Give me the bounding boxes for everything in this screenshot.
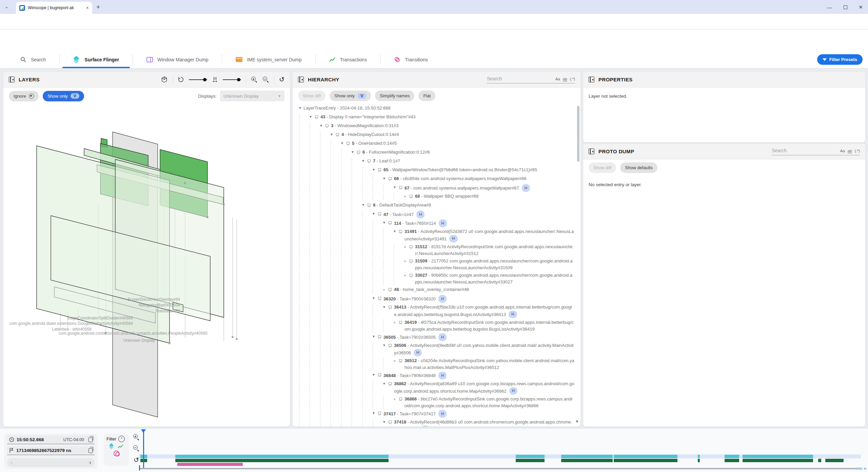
tree-row[interactable]: ▾43 - Display 0 name="Integrierter Bilds… xyxy=(297,113,577,121)
expand-chevron-icon[interactable]: ▾ xyxy=(391,184,398,191)
browser-tab[interactable]: Winscope | bugreport-ak × xyxy=(16,2,92,14)
surface-flinger-segment[interactable] xyxy=(698,455,700,458)
expand-chevron-icon[interactable]: ▾ xyxy=(349,149,356,155)
transactions-segment[interactable] xyxy=(825,459,844,462)
3d-view-icon[interactable] xyxy=(161,76,168,83)
tree-row[interactable]: ▾47 - Task=1#47H xyxy=(297,210,577,218)
expand-chevron-icon[interactable]: ▾ xyxy=(391,228,398,235)
tree-row[interactable]: ▾67 - com.android.systemui.wallpapers.Im… xyxy=(297,183,577,192)
close-tab-icon[interactable]: × xyxy=(86,5,89,11)
transitions-filter-icon[interactable] xyxy=(114,451,119,456)
hierarchy-search[interactable]: Search Aa ab (.*) xyxy=(487,76,575,83)
tree-row[interactable]: ▾36413 - ActivityRecord{f5be33b u10 com.… xyxy=(297,303,577,318)
transactions-segment[interactable] xyxy=(175,459,389,462)
timeline-cursor[interactable] xyxy=(143,430,144,469)
tree-row[interactable]: 36866 - bbc27e0 ActivityRecordInputSink … xyxy=(297,395,577,409)
transactions-segment[interactable] xyxy=(698,459,700,462)
tab-window-manager[interactable]: Window Manager Dump xyxy=(133,51,222,68)
rotation-slider[interactable] xyxy=(189,79,207,80)
surface-flinger-segment[interactable] xyxy=(743,455,813,458)
show-only-chip[interactable]: Show onlyV xyxy=(330,91,371,101)
tree-row[interactable]: 31509 - 2177052 com.google.android.apps.… xyxy=(297,257,577,271)
tab-search[interactable]: Search xyxy=(0,51,59,68)
tree-row[interactable]: ▾4 - HideDisplayCutout:0:14#4 xyxy=(297,130,577,139)
tree-row[interactable]: 36512 - c04204e ActivityRecordInputSink … xyxy=(297,356,577,371)
tree-row[interactable]: ▾65 - WallpaperWindowToken{87b6d66 token… xyxy=(297,165,577,174)
transactions-segment[interactable] xyxy=(743,459,813,462)
tree-row[interactable]: ▾5 - OneHanded:0:14#5 xyxy=(297,139,577,148)
maximize-icon[interactable] xyxy=(844,5,847,9)
tree-row[interactable]: ▾37418 - ActivityRecord{46d86b3 u0 com.a… xyxy=(297,418,577,427)
timeline-reset-icon[interactable]: ↻ xyxy=(134,456,139,464)
collapse-panel-icon[interactable] xyxy=(9,77,15,82)
tree-row[interactable]: 36419 - 4f275ca ActivityRecordInputSink … xyxy=(297,318,577,332)
regex-icon[interactable]: (.*) xyxy=(855,149,860,153)
tab-transitions[interactable]: Transitions xyxy=(381,51,441,68)
tree-row[interactable]: ▾3 - WindowedMagnification:0:31#3 xyxy=(297,121,577,130)
transactions-segment[interactable] xyxy=(561,459,613,462)
tab-surface-flinger[interactable]: Surface Flinger xyxy=(60,51,133,68)
expand-chevron-icon[interactable]: ▾ xyxy=(370,333,377,340)
ns-time-field[interactable]: 1713469852667522979 ns xyxy=(7,446,95,455)
tree-row[interactable]: ▾114 - Task=7650#114H xyxy=(297,218,577,227)
expand-chevron-icon[interactable]: ▾ xyxy=(328,131,335,138)
show-diff-chip[interactable]: Show diff xyxy=(589,162,616,173)
collapse-panel-icon[interactable] xyxy=(298,77,304,82)
tree-row[interactable]: ▾6 - FullscreenMagnification:0:12#6 xyxy=(297,148,577,157)
tree-row[interactable]: 31512 - 81917d ActivityRecordInputSink c… xyxy=(297,242,577,257)
expand-chevron-icon[interactable]: ▾ xyxy=(297,105,303,111)
spacing-slider[interactable] xyxy=(223,79,241,80)
timeline-scroll-thumb[interactable] xyxy=(856,468,862,470)
timeline-scroll-thumb[interactable] xyxy=(864,468,866,470)
expand-chevron-icon[interactable]: ▾ xyxy=(381,419,388,425)
expand-chevron-icon[interactable]: ▾ xyxy=(318,122,324,129)
tab-search-chevron-icon[interactable]: ⌄ xyxy=(5,4,8,9)
copy-icon[interactable] xyxy=(88,448,93,453)
expand-chevron-icon[interactable]: ▾ xyxy=(381,175,388,182)
tree-row[interactable]: 48 - home_task_overlay_container#48 xyxy=(297,285,577,294)
match-case-icon[interactable]: Aa xyxy=(840,149,845,153)
timeline-cursor-head[interactable] xyxy=(141,429,146,433)
displays-select[interactable]: Unknown Display▼ xyxy=(220,91,284,101)
simplify-names-chip[interactable]: Simplify names xyxy=(375,91,414,101)
layers-3d-canvas[interactable]: ScreenDecorHwcOverlay#64NavigationBar0#3… xyxy=(3,104,290,427)
tree-row[interactable]: ▾36505 - Task=7902#36505H xyxy=(297,332,577,341)
surface-flinger-segment[interactable] xyxy=(175,455,389,458)
expand-chevron-icon[interactable]: ▾ xyxy=(370,211,377,217)
show-diff-chip[interactable]: Show diff xyxy=(298,91,326,101)
prev-entry-icon[interactable]: ‹ xyxy=(11,459,13,466)
timeline-track[interactable]: ⌃ xyxy=(139,429,865,472)
transactions-segment[interactable] xyxy=(725,459,739,462)
transitions-segment[interactable] xyxy=(177,463,243,466)
new-tab-button[interactable]: + xyxy=(96,4,100,10)
next-entry-icon[interactable]: › xyxy=(89,459,91,466)
spacing-icon[interactable] xyxy=(212,76,218,83)
surface-flinger-segment[interactable] xyxy=(516,455,545,458)
transactions-filter-icon[interactable] xyxy=(118,445,123,449)
match-word-icon[interactable]: ab xyxy=(563,77,567,81)
expand-chevron-icon[interactable]: ▾ xyxy=(381,342,388,349)
minimize-icon[interactable]: — xyxy=(827,4,832,10)
flat-chip[interactable]: Flat xyxy=(418,91,435,101)
collapse-panel-icon[interactable] xyxy=(589,149,594,154)
timeline-zoom-in-icon[interactable]: + xyxy=(133,434,140,440)
surface-flinger-segment[interactable] xyxy=(561,455,613,458)
expand-chevron-icon[interactable]: ▾ xyxy=(381,304,388,310)
expand-chevron-icon[interactable]: ▾ xyxy=(360,158,367,164)
collapse-filter-icon[interactable]: ⌃ xyxy=(118,436,125,442)
tab-ime-dump[interactable]: IME system_server Dump xyxy=(222,51,315,68)
tree-row[interactable]: 33027 - 90b855c com.google.android.apps.… xyxy=(297,271,577,285)
show-only-chip[interactable]: Show onlyV xyxy=(43,91,84,101)
scrollbar-thumb[interactable] xyxy=(577,106,579,162)
zoom-in-icon[interactable]: + xyxy=(251,76,258,83)
tab-transactions[interactable]: Transactions xyxy=(316,51,381,68)
expand-chevron-icon[interactable]: ▾ xyxy=(381,219,388,226)
expand-chevron-icon[interactable]: ▾ xyxy=(370,410,377,416)
timeline-zoom-out-icon[interactable]: − xyxy=(133,445,140,452)
transactions-segment[interactable] xyxy=(818,459,821,462)
collapse-panel-icon[interactable] xyxy=(589,77,594,82)
tree-row[interactable]: 68 - Wallpaper BBQ wrapper#68 xyxy=(297,192,577,201)
match-word-icon[interactable]: ab xyxy=(848,149,852,153)
reset-view-icon[interactable]: ↻ xyxy=(279,76,284,83)
transactions-segment[interactable] xyxy=(614,459,677,462)
